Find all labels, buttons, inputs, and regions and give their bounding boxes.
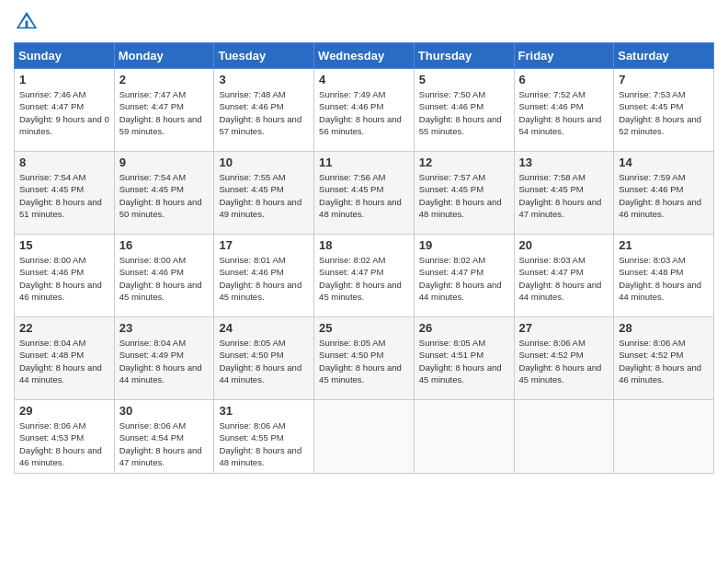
day-number: 17 — [219, 238, 309, 252]
weekday-header: Tuesday — [214, 43, 314, 69]
day-number: 15 — [19, 238, 109, 252]
day-info: Sunrise: 7:46 AMSunset: 4:47 PMDaylight:… — [19, 88, 109, 137]
day-number: 1 — [19, 73, 109, 86]
day-number: 10 — [219, 155, 309, 169]
day-info: Sunrise: 8:05 AMSunset: 4:50 PMDaylight:… — [319, 337, 409, 385]
day-number: 11 — [319, 155, 409, 169]
calendar-cell: 24Sunrise: 8:05 AMSunset: 4:50 PMDayligh… — [214, 317, 314, 400]
day-info: Sunrise: 7:53 AMSunset: 4:45 PMDaylight:… — [619, 88, 709, 137]
calendar-cell: 1Sunrise: 7:46 AMSunset: 4:47 PMDaylight… — [15, 69, 115, 152]
calendar-cell: 31Sunrise: 8:06 AMSunset: 4:55 PMDayligh… — [214, 400, 314, 474]
day-info: Sunrise: 8:03 AMSunset: 4:47 PMDaylight:… — [519, 254, 609, 303]
day-info: Sunrise: 8:06 AMSunset: 4:52 PMDaylight:… — [519, 337, 609, 385]
calendar-cell: 21Sunrise: 8:03 AMSunset: 4:48 PMDayligh… — [614, 235, 714, 317]
calendar-week-row: 8Sunrise: 7:54 AMSunset: 4:45 PMDaylight… — [15, 152, 714, 235]
day-number: 26 — [419, 321, 509, 335]
day-info: Sunrise: 8:02 AMSunset: 4:47 PMDaylight:… — [319, 254, 409, 303]
day-number: 19 — [419, 238, 509, 252]
day-info: Sunrise: 8:06 AMSunset: 4:52 PMDaylight:… — [619, 337, 709, 385]
day-info: Sunrise: 7:54 AMSunset: 4:45 PMDaylight:… — [19, 171, 109, 220]
day-info: Sunrise: 8:06 AMSunset: 4:55 PMDaylight:… — [219, 419, 309, 468]
calendar-week-row: 15Sunrise: 8:00 AMSunset: 4:46 PMDayligh… — [15, 235, 714, 317]
calendar-week-row: 1Sunrise: 7:46 AMSunset: 4:47 PMDaylight… — [15, 69, 714, 152]
day-info: Sunrise: 7:58 AMSunset: 4:45 PMDaylight:… — [519, 171, 609, 220]
day-number: 29 — [19, 404, 109, 418]
logo — [14, 9, 43, 35]
day-number: 22 — [19, 321, 109, 335]
calendar-week-row: 22Sunrise: 8:04 AMSunset: 4:48 PMDayligh… — [15, 317, 714, 400]
day-info: Sunrise: 7:47 AMSunset: 4:47 PMDaylight:… — [119, 88, 210, 137]
day-number: 3 — [219, 73, 309, 86]
logo-icon — [14, 9, 40, 35]
calendar-header-row: SundayMondayTuesdayWednesdayThursdayFrid… — [15, 43, 714, 69]
page-header — [14, 9, 714, 35]
day-info: Sunrise: 8:00 AMSunset: 4:46 PMDaylight:… — [119, 254, 210, 303]
calendar-cell: 29Sunrise: 8:06 AMSunset: 4:53 PMDayligh… — [15, 400, 115, 474]
weekday-header: Monday — [114, 43, 214, 69]
calendar-cell: 28Sunrise: 8:06 AMSunset: 4:52 PMDayligh… — [614, 317, 714, 400]
calendar-cell: 19Sunrise: 8:02 AMSunset: 4:47 PMDayligh… — [414, 235, 514, 317]
calendar-cell: 2Sunrise: 7:47 AMSunset: 4:47 PMDaylight… — [114, 69, 214, 152]
day-number: 2 — [119, 73, 210, 86]
day-info: Sunrise: 8:06 AMSunset: 4:53 PMDaylight:… — [19, 419, 109, 468]
day-number: 20 — [519, 238, 609, 252]
day-number: 8 — [19, 155, 109, 169]
day-number: 4 — [319, 73, 409, 86]
calendar-cell: 10Sunrise: 7:55 AMSunset: 4:45 PMDayligh… — [214, 152, 314, 235]
calendar-cell — [614, 400, 714, 474]
day-info: Sunrise: 7:48 AMSunset: 4:46 PMDaylight:… — [219, 88, 309, 137]
day-number: 28 — [619, 321, 709, 335]
day-number: 7 — [619, 73, 709, 86]
calendar-cell: 22Sunrise: 8:04 AMSunset: 4:48 PMDayligh… — [15, 317, 115, 400]
day-number: 5 — [419, 73, 509, 86]
calendar-cell: 25Sunrise: 8:05 AMSunset: 4:50 PMDayligh… — [314, 317, 415, 400]
day-info: Sunrise: 8:04 AMSunset: 4:49 PMDaylight:… — [119, 337, 210, 385]
day-number: 13 — [519, 155, 609, 169]
day-number: 21 — [619, 238, 709, 252]
weekday-header: Wednesday — [314, 43, 415, 69]
day-info: Sunrise: 7:49 AMSunset: 4:46 PMDaylight:… — [319, 88, 409, 137]
calendar-week-row: 29Sunrise: 8:06 AMSunset: 4:53 PMDayligh… — [15, 400, 714, 474]
calendar-cell: 17Sunrise: 8:01 AMSunset: 4:46 PMDayligh… — [214, 235, 314, 317]
day-number: 18 — [319, 238, 409, 252]
calendar-cell: 27Sunrise: 8:06 AMSunset: 4:52 PMDayligh… — [514, 317, 614, 400]
calendar-cell: 20Sunrise: 8:03 AMSunset: 4:47 PMDayligh… — [514, 235, 614, 317]
calendar-cell: 26Sunrise: 8:05 AMSunset: 4:51 PMDayligh… — [414, 317, 514, 400]
calendar-cell: 15Sunrise: 8:00 AMSunset: 4:46 PMDayligh… — [15, 235, 115, 317]
calendar-cell: 9Sunrise: 7:54 AMSunset: 4:45 PMDaylight… — [114, 152, 214, 235]
day-info: Sunrise: 7:54 AMSunset: 4:45 PMDaylight:… — [119, 171, 210, 220]
calendar-cell — [414, 400, 514, 474]
day-info: Sunrise: 8:00 AMSunset: 4:46 PMDaylight:… — [19, 254, 109, 303]
day-number: 30 — [119, 404, 210, 418]
day-number: 24 — [219, 321, 309, 335]
day-info: Sunrise: 8:03 AMSunset: 4:48 PMDaylight:… — [619, 254, 709, 303]
day-info: Sunrise: 7:52 AMSunset: 4:46 PMDaylight:… — [519, 88, 609, 137]
calendar-cell: 7Sunrise: 7:53 AMSunset: 4:45 PMDaylight… — [614, 69, 714, 152]
day-info: Sunrise: 7:59 AMSunset: 4:46 PMDaylight:… — [619, 171, 709, 220]
day-info: Sunrise: 8:05 AMSunset: 4:51 PMDaylight:… — [419, 337, 509, 385]
calendar-table: SundayMondayTuesdayWednesdayThursdayFrid… — [14, 42, 714, 474]
calendar-cell: 3Sunrise: 7:48 AMSunset: 4:46 PMDaylight… — [214, 69, 314, 152]
day-info: Sunrise: 8:05 AMSunset: 4:50 PMDaylight:… — [219, 337, 309, 385]
calendar-cell: 13Sunrise: 7:58 AMSunset: 4:45 PMDayligh… — [514, 152, 614, 235]
day-number: 23 — [119, 321, 210, 335]
day-info: Sunrise: 7:57 AMSunset: 4:45 PMDaylight:… — [419, 171, 509, 220]
day-number: 6 — [519, 73, 609, 86]
day-number: 12 — [419, 155, 509, 169]
day-info: Sunrise: 8:01 AMSunset: 4:46 PMDaylight:… — [219, 254, 309, 303]
day-number: 9 — [119, 155, 210, 169]
calendar-cell: 4Sunrise: 7:49 AMSunset: 4:46 PMDaylight… — [314, 69, 415, 152]
day-number: 16 — [119, 238, 210, 252]
day-info: Sunrise: 7:55 AMSunset: 4:45 PMDaylight:… — [219, 171, 309, 220]
weekday-header: Saturday — [614, 43, 714, 69]
calendar-cell — [314, 400, 415, 474]
day-number: 27 — [519, 321, 609, 335]
day-number: 14 — [619, 155, 709, 169]
calendar-cell: 16Sunrise: 8:00 AMSunset: 4:46 PMDayligh… — [114, 235, 214, 317]
day-number: 31 — [219, 404, 309, 418]
calendar-cell: 5Sunrise: 7:50 AMSunset: 4:46 PMDaylight… — [414, 69, 514, 152]
day-number: 25 — [319, 321, 409, 335]
weekday-header: Friday — [514, 43, 614, 69]
day-info: Sunrise: 7:56 AMSunset: 4:45 PMDaylight:… — [319, 171, 409, 220]
day-info: Sunrise: 8:04 AMSunset: 4:48 PMDaylight:… — [19, 337, 109, 385]
